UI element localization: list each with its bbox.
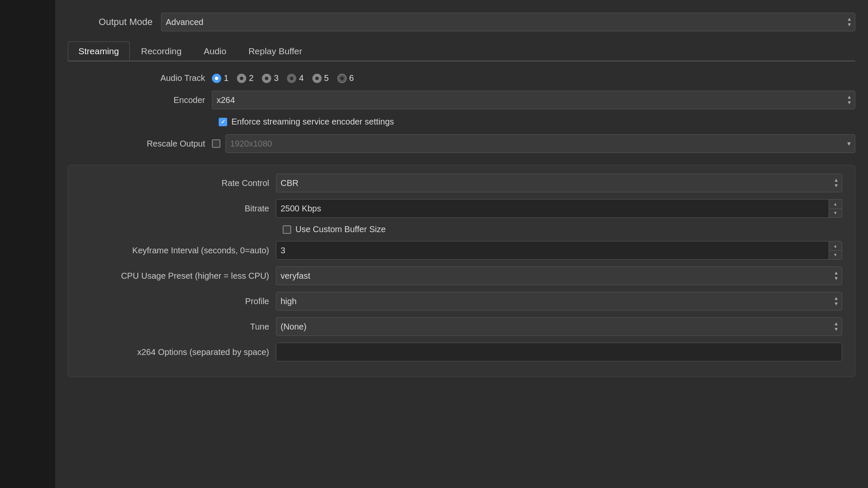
audio-track-1[interactable]: 1	[212, 73, 228, 83]
rescale-output-select[interactable]: 1920x1080 1280x720	[225, 134, 855, 153]
rate-control-control: CBR VBR CRF CQP ▲ ▼	[276, 174, 842, 192]
bitrate-row: Bitrate ▲ ▼	[81, 199, 842, 218]
enforce-settings-label: Enforce streaming service encoder settin…	[231, 117, 394, 127]
tabs-row: Streaming Recording Audio Replay Buffer	[68, 42, 855, 61]
bitrate-stepper-up[interactable]: ▲	[829, 199, 842, 208]
enforce-settings-row: Enforce streaming service encoder settin…	[219, 117, 855, 127]
radio-5-circle	[312, 74, 322, 83]
audio-track-4[interactable]: 4	[287, 73, 303, 83]
tune-row: Tune (None) film animation grain stillim…	[81, 317, 842, 336]
radio-1-circle	[212, 74, 221, 83]
encoder-select[interactable]: x264 NVENC H.264 AMD HW H.264	[212, 91, 855, 109]
cpu-usage-preset-select[interactable]: ultrafast superfast veryfast faster fast…	[276, 266, 842, 285]
bitrate-label: Bitrate	[81, 204, 276, 214]
audio-track-5[interactable]: 5	[312, 73, 329, 83]
x264-options-input[interactable]	[276, 343, 842, 361]
keyframe-interval-label: Keyframe Interval (seconds, 0=auto)	[81, 246, 276, 255]
output-mode-row: Output Mode Advanced Simple ▲ ▼	[68, 8, 855, 31]
x264-options-wrapper	[276, 343, 842, 361]
bitrate-stepper-down[interactable]: ▼	[829, 208, 842, 218]
cpu-usage-preset-label: CPU Usage Preset (higher = less CPU)	[81, 271, 276, 281]
bitrate-stepper: ▲ ▼	[829, 199, 842, 218]
audio-track-2[interactable]: 2	[237, 73, 253, 83]
cpu-usage-preset-control: ultrafast superfast veryfast faster fast…	[276, 266, 842, 285]
x264-options-row: x264 Options (separated by space)	[81, 343, 842, 361]
custom-buffer-checkbox	[283, 225, 291, 234]
encoder-label: Encoder	[68, 95, 212, 105]
audio-track-group: 1 2 3 4 5 6	[212, 73, 855, 83]
profile-label: Profile	[81, 297, 276, 306]
encoder-row: Encoder x264 NVENC H.264 AMD HW H.264 ▲ …	[68, 91, 855, 109]
radio-3-label: 3	[274, 73, 278, 83]
encoder-settings-panel: Rate Control CBR VBR CRF CQP ▲ ▼ Bitrate	[68, 165, 855, 377]
tab-replay-buffer[interactable]: Replay Buffer	[238, 42, 313, 61]
tab-audio[interactable]: Audio	[193, 42, 237, 61]
rescale-output-label: Rescale Output	[68, 139, 212, 149]
rescale-output-select-wrapper: 1920x1080 1280x720 ▼	[225, 134, 855, 153]
radio-6-label: 6	[349, 73, 354, 83]
keyframe-stepper: ▲ ▼	[829, 241, 842, 260]
tab-recording[interactable]: Recording	[131, 42, 192, 61]
custom-buffer-label: Use Custom Buffer Size	[295, 225, 386, 234]
radio-6-circle	[337, 74, 347, 83]
output-mode-select[interactable]: Advanced Simple	[161, 13, 855, 31]
enforce-settings-checkbox-label[interactable]: Enforce streaming service encoder settin…	[219, 117, 394, 127]
bitrate-input[interactable]	[276, 199, 842, 218]
output-mode-label: Output Mode	[68, 17, 153, 28]
radio-2-circle	[237, 74, 246, 83]
rate-control-row: Rate Control CBR VBR CRF CQP ▲ ▼	[81, 174, 842, 192]
radio-3-circle	[262, 74, 271, 83]
keyframe-stepper-up[interactable]: ▲	[829, 241, 842, 250]
rate-control-label: Rate Control	[81, 178, 276, 188]
tune-label: Tune	[81, 322, 276, 332]
radio-2-label: 2	[249, 73, 253, 83]
output-mode-select-wrapper: Advanced Simple ▲ ▼	[161, 13, 855, 31]
profile-select[interactable]: baseline main high	[276, 292, 842, 311]
profile-row: Profile baseline main high ▲ ▼	[81, 292, 842, 311]
profile-control: baseline main high ▲ ▼	[276, 292, 842, 311]
keyframe-wrapper: ▲ ▼	[276, 241, 842, 260]
keyframe-interval-input[interactable]	[276, 241, 842, 260]
tune-select[interactable]: (None) film animation grain stillimage p…	[276, 317, 842, 336]
rate-control-select[interactable]: CBR VBR CRF CQP	[276, 174, 842, 192]
radio-4-circle	[287, 74, 296, 83]
x264-options-label: x264 Options (separated by space)	[81, 347, 276, 357]
encoder-select-wrapper: x264 NVENC H.264 AMD HW H.264 ▲ ▼	[212, 91, 855, 109]
rescale-output-checkbox[interactable]	[212, 139, 220, 148]
audio-track-6[interactable]: 6	[337, 73, 354, 83]
enforce-settings-checkbox	[219, 118, 227, 126]
audio-track-3[interactable]: 3	[262, 73, 278, 83]
tune-control: (None) film animation grain stillimage p…	[276, 317, 842, 336]
audio-track-row: Audio Track 1 2 3 4 5	[68, 73, 855, 83]
custom-buffer-row: Use Custom Buffer Size	[283, 225, 842, 234]
audio-track-label: Audio Track	[68, 73, 212, 83]
radio-1-label: 1	[224, 73, 228, 83]
tab-streaming[interactable]: Streaming	[68, 42, 130, 61]
cpu-usage-preset-row: CPU Usage Preset (higher = less CPU) ult…	[81, 266, 842, 285]
keyframe-interval-row: Keyframe Interval (seconds, 0=auto) ▲ ▼	[81, 241, 842, 260]
radio-4-label: 4	[299, 73, 303, 83]
bitrate-input-wrapper: ▲ ▼	[276, 199, 842, 218]
keyframe-stepper-down[interactable]: ▼	[829, 250, 842, 260]
radio-5-label: 5	[324, 73, 329, 83]
custom-buffer-checkbox-label[interactable]: Use Custom Buffer Size	[283, 225, 386, 234]
rescale-output-row: Rescale Output 1920x1080 1280x720 ▼	[68, 134, 855, 153]
